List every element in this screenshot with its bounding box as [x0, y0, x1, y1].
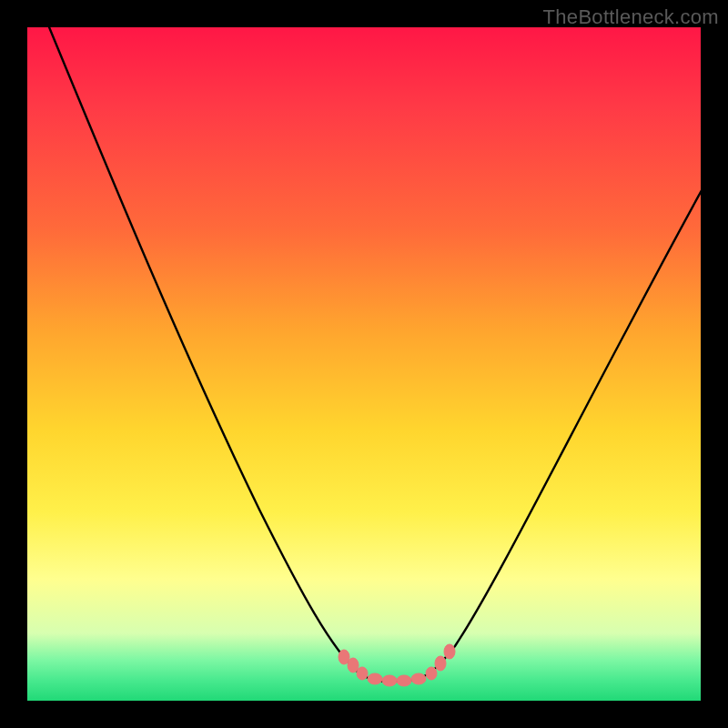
svg-point-8 — [435, 656, 446, 671]
svg-point-5 — [397, 675, 411, 686]
svg-point-6 — [411, 673, 426, 684]
bottleneck-curve — [47, 27, 701, 682]
chart-frame: TheBottleneck.com — [0, 0, 728, 728]
watermark-text: TheBottleneck.com — [543, 5, 719, 29]
svg-point-2 — [357, 667, 368, 680]
svg-point-9 — [444, 644, 455, 659]
curve-layer — [27, 27, 701, 701]
svg-point-4 — [382, 675, 397, 686]
plot-area — [27, 27, 701, 701]
svg-point-7 — [426, 667, 437, 680]
trough-markers — [339, 644, 455, 686]
svg-point-3 — [368, 673, 382, 684]
